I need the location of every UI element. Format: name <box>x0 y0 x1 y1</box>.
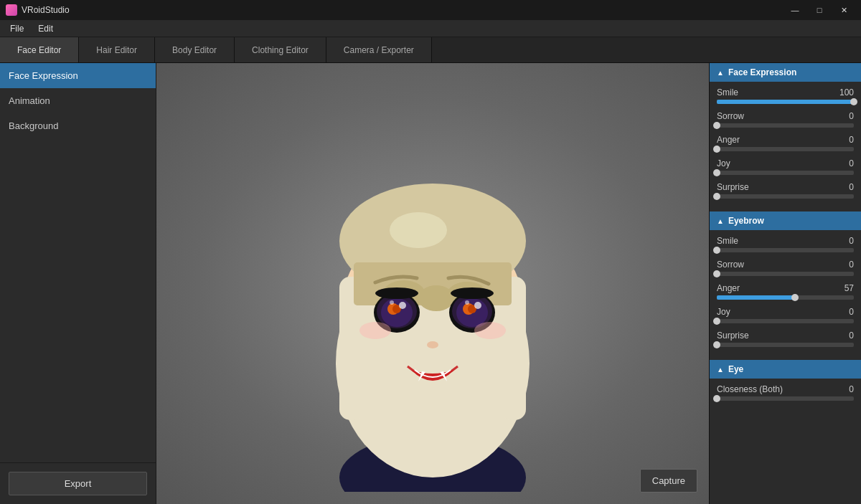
slider-track-1-2[interactable] <box>717 295 854 300</box>
slider-fill-1-2 <box>717 295 795 300</box>
svg-point-22 <box>399 302 406 309</box>
slider-value-2-0: 0 <box>834 384 854 394</box>
slider-label-row-0-4: Surprise 0 <box>717 182 854 192</box>
slider-label-row-1-2: Anger 57 <box>717 283 854 293</box>
slider-thumb-1-2[interactable] <box>791 294 799 301</box>
right-panel: ▲Face Expression Smile 100 Sorrow 0 <box>709 63 861 504</box>
svg-point-33 <box>427 341 438 348</box>
slider-label-0-4: Surprise <box>717 182 749 192</box>
capture-button[interactable]: Capture <box>640 469 697 493</box>
tab-body-editor[interactable]: Body Editor <box>155 37 235 62</box>
center-viewport: Capture <box>156 63 709 504</box>
slider-thumb-0-2[interactable] <box>713 146 720 153</box>
slider-label-row-1-4: Surprise 0 <box>717 331 854 341</box>
slider-label-row-0-2: Anger 0 <box>717 135 854 145</box>
slider-label-1-3: Joy <box>717 307 730 317</box>
minimize-button[interactable]: — <box>784 3 806 17</box>
slider-track-0-2[interactable] <box>717 147 854 151</box>
slider-thumb-2-0[interactable] <box>713 395 720 402</box>
slider-label-row-1-0: Smile 0 <box>717 236 854 246</box>
svg-point-31 <box>465 300 469 305</box>
slider-label-1-4: Surprise <box>717 331 749 341</box>
slider-thumb-0-0[interactable] <box>850 98 857 105</box>
slider-label-1-0: Smile <box>717 236 738 246</box>
slider-track-0-0[interactable] <box>717 100 854 104</box>
slider-label-row-1-3: Joy 0 <box>717 307 854 317</box>
slider-track-1-3[interactable] <box>717 319 854 323</box>
close-button[interactable]: ✕ <box>832 3 855 17</box>
left-sidebar: Face Expression Animation Background Exp… <box>0 63 156 504</box>
panel-section-content-2: Closeness (Both) 0 <box>710 379 861 414</box>
slider-track-0-1[interactable] <box>717 123 854 128</box>
slider-row-0-3: Joy 0 <box>717 158 854 175</box>
export-btn-container: Export <box>0 462 156 504</box>
panel-section-header-2[interactable]: ▲Eye <box>710 360 861 379</box>
svg-point-24 <box>375 287 418 299</box>
sidebar-item-face-expression[interactable]: Face Expression <box>0 63 156 88</box>
title-bar-left: VRoidStudio <box>6 4 70 16</box>
character-display <box>156 63 709 504</box>
slider-label-2-0: Closeness (Both) <box>717 384 783 394</box>
slider-label-row-2-0: Closeness (Both) 0 <box>717 384 854 394</box>
slider-thumb-1-3[interactable] <box>713 318 720 325</box>
menu-file[interactable]: File <box>3 22 31 35</box>
tab-clothing-editor[interactable]: Clothing Editor <box>235 37 326 62</box>
slider-value-1-4: 0 <box>834 331 854 341</box>
app-logo-icon <box>6 4 17 16</box>
panel-section-title-0: Face Expression <box>728 67 796 77</box>
slider-label-row-0-3: Joy 0 <box>717 158 854 168</box>
slider-row-1-1: Sorrow 0 <box>717 260 854 276</box>
triangle-icon-1: ▲ <box>717 217 724 225</box>
svg-point-30 <box>474 302 481 309</box>
slider-value-0-3: 0 <box>834 158 854 168</box>
tab-camera-exporter[interactable]: Camera / Exporter <box>326 37 432 62</box>
slider-thumb-0-1[interactable] <box>713 122 720 129</box>
slider-thumb-0-3[interactable] <box>713 169 720 176</box>
panel-section-title-1: Eyebrow <box>728 216 764 226</box>
slider-row-1-3: Joy 0 <box>717 307 854 323</box>
triangle-icon-0: ▲ <box>717 69 724 77</box>
slider-track-1-1[interactable] <box>717 272 854 276</box>
slider-track-2-0[interactable] <box>717 396 854 401</box>
app-title: VRoidStudio <box>22 5 70 15</box>
panel-section-header-1[interactable]: ▲Eyebrow <box>710 211 861 230</box>
main-layout: Face Expression Animation Background Exp… <box>0 63 861 504</box>
panel-section-content-0: Smile 100 Sorrow 0 Anger <box>710 82 861 211</box>
sidebar-item-background[interactable]: Background <box>0 113 156 138</box>
slider-label-row-0-1: Sorrow 0 <box>717 111 854 121</box>
slider-track-0-4[interactable] <box>717 194 854 199</box>
slider-label-1-1: Sorrow <box>717 260 744 270</box>
slider-track-1-0[interactable] <box>717 248 854 252</box>
slider-value-1-3: 0 <box>834 307 854 317</box>
export-button[interactable]: Export <box>9 472 147 495</box>
slider-thumb-0-4[interactable] <box>713 193 720 200</box>
svg-point-23 <box>390 300 394 305</box>
slider-label-row-0-0: Smile 100 <box>717 87 854 98</box>
maximize-button[interactable]: □ <box>808 3 831 17</box>
editor-tabs: Face Editor Hair Editor Body Editor Clot… <box>0 37 861 63</box>
slider-row-0-0: Smile 100 <box>717 87 854 104</box>
slider-thumb-1-4[interactable] <box>713 341 720 348</box>
panel-section-header-0[interactable]: ▲Face Expression <box>710 63 861 82</box>
slider-thumb-1-1[interactable] <box>713 270 720 277</box>
tab-face-editor[interactable]: Face Editor <box>0 37 79 62</box>
menu-edit[interactable]: Edit <box>31 22 60 35</box>
slider-row-1-0: Smile 0 <box>717 236 854 252</box>
slider-track-0-3[interactable] <box>717 171 854 175</box>
slider-label-0-0: Smile <box>717 87 738 98</box>
slider-fill-0-0 <box>717 100 854 104</box>
slider-row-0-1: Sorrow 0 <box>717 111 854 128</box>
triangle-icon-2: ▲ <box>717 366 724 374</box>
slider-thumb-1-0[interactable] <box>713 247 720 254</box>
tab-hair-editor[interactable]: Hair Editor <box>79 37 155 62</box>
svg-point-36 <box>359 322 391 339</box>
slider-label-0-3: Joy <box>717 158 730 168</box>
slider-value-1-1: 0 <box>834 260 854 270</box>
character-illustration <box>260 76 605 492</box>
svg-point-32 <box>451 287 494 299</box>
slider-row-1-2: Anger 57 <box>717 283 854 300</box>
title-bar: VRoidStudio — □ ✕ <box>0 0 861 20</box>
slider-row-1-4: Surprise 0 <box>717 331 854 347</box>
slider-track-1-4[interactable] <box>717 343 854 347</box>
sidebar-item-animation[interactable]: Animation <box>0 88 156 113</box>
